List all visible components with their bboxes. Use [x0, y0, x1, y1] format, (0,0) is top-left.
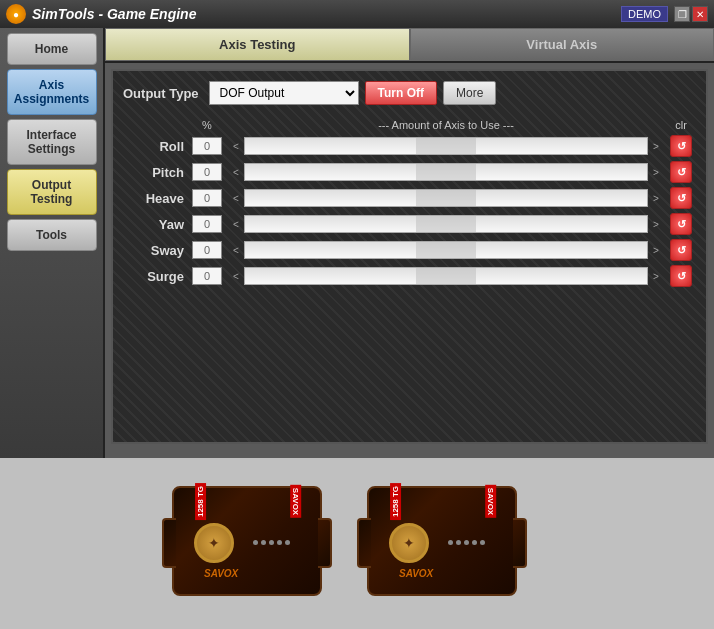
slider-wrapper: < >: [230, 241, 662, 259]
slider-right-arrow: >: [650, 245, 662, 256]
slider-right-arrow: >: [650, 271, 662, 282]
close-button[interactable]: ✕: [692, 6, 708, 22]
servo-body-left: 1258 TG SAVOX SAVOX: [172, 486, 322, 596]
servo-dot: [277, 540, 282, 545]
axis-pct-cell: [188, 133, 226, 159]
axis-pct-cell: [188, 237, 226, 263]
servo-notch-left: [162, 518, 176, 568]
axis-slider-cell: < >: [226, 159, 666, 185]
axis-clr-cell: ↺: [666, 211, 696, 237]
sidebar-item-home[interactable]: Home: [7, 33, 97, 65]
axis-clr-cell: ↺: [666, 263, 696, 289]
slider-right-arrow: >: [650, 141, 662, 152]
panel: Output Type DOF Output Game Output Turn …: [111, 69, 708, 444]
axis-label: Heave: [123, 185, 188, 211]
slider-track[interactable]: [244, 163, 648, 181]
axis-clr-cell: ↺: [666, 185, 696, 211]
tab-axis-testing[interactable]: Axis Testing: [105, 28, 410, 61]
sidebar-item-interface-settings[interactable]: Interface Settings: [7, 119, 97, 165]
axis-label: Sway: [123, 237, 188, 263]
col-amount-header: --- Amount of Axis to Use ---: [226, 117, 666, 133]
turnoff-button[interactable]: Turn Off: [365, 81, 437, 105]
axis-clr-button[interactable]: ↺: [670, 135, 692, 157]
clr-icon: ↺: [677, 192, 686, 205]
slider-left-arrow: <: [230, 245, 242, 256]
bottom-section: 1258 TG SAVOX SAVOX 1258 TG SAVOX SAVOX: [0, 458, 714, 629]
sidebar-item-axis-assignments[interactable]: Axis Assignments: [7, 69, 97, 115]
servo-gear-right: [389, 523, 429, 563]
sidebar-item-tools[interactable]: Tools: [7, 219, 97, 251]
slider-left-arrow: <: [230, 219, 242, 230]
axis-pct-input[interactable]: [192, 163, 222, 181]
servo-notch-right-2: [513, 518, 527, 568]
axis-pct-cell: [188, 185, 226, 211]
slider-track[interactable]: [244, 215, 648, 233]
sidebar-item-output-testing[interactable]: Output Testing: [7, 169, 97, 215]
axis-label: Pitch: [123, 159, 188, 185]
servo-gear-left: [194, 523, 234, 563]
tab-virtual-axis[interactable]: Virtual Axis: [410, 28, 715, 61]
clr-icon: ↺: [677, 270, 686, 283]
slider-fill: [416, 138, 476, 154]
output-type-label: Output Type: [123, 86, 199, 101]
restore-button[interactable]: ❐: [674, 6, 690, 22]
axis-tbody: Roll < > ↺ Pitch <: [123, 133, 696, 289]
axis-row: Yaw < > ↺: [123, 211, 696, 237]
axis-clr-button[interactable]: ↺: [670, 213, 692, 235]
servo-notch-left-2: [357, 518, 371, 568]
slider-fill: [416, 268, 476, 284]
tab-bar: Axis Testing Virtual Axis: [105, 28, 714, 63]
axis-slider-cell: < >: [226, 211, 666, 237]
axis-row: Surge < > ↺: [123, 263, 696, 289]
axis-pct-input[interactable]: [192, 189, 222, 207]
slider-track[interactable]: [244, 137, 648, 155]
servo-right: 1258 TG SAVOX SAVOX: [367, 486, 542, 601]
clr-icon: ↺: [677, 218, 686, 231]
app-logo: ●: [6, 4, 26, 24]
clr-icon: ↺: [677, 244, 686, 257]
axis-pct-input[interactable]: [192, 215, 222, 233]
servo-dot: [472, 540, 477, 545]
servo-label-left: 1258 TG: [195, 483, 206, 520]
col-clr-header: clr: [666, 117, 696, 133]
axis-pct-cell: [188, 211, 226, 237]
axis-pct-cell: [188, 263, 226, 289]
axis-pct-input[interactable]: [192, 241, 222, 259]
axis-pct-input[interactable]: [192, 267, 222, 285]
servo-dot: [480, 540, 485, 545]
axis-label: Yaw: [123, 211, 188, 237]
demo-badge: DEMO: [621, 6, 668, 22]
slider-fill: [416, 216, 476, 232]
slider-left-arrow: <: [230, 141, 242, 152]
axis-clr-button[interactable]: ↺: [670, 187, 692, 209]
axis-slider-cell: < >: [226, 237, 666, 263]
slider-track[interactable]: [244, 241, 648, 259]
axis-row: Roll < > ↺: [123, 133, 696, 159]
output-type-row: Output Type DOF Output Game Output Turn …: [123, 81, 696, 105]
axis-clr-button[interactable]: ↺: [670, 239, 692, 261]
servo-brand-label-left: SAVOX: [290, 485, 301, 518]
servo-dots-right: [448, 540, 485, 545]
main-container: Home Axis Assignments Interface Settings…: [0, 28, 714, 458]
axis-label: Surge: [123, 263, 188, 289]
servo-dot: [261, 540, 266, 545]
servo-dot: [448, 540, 453, 545]
servo-brand-label-right: SAVOX: [485, 485, 496, 518]
servo-notch-right: [318, 518, 332, 568]
servo-savox-left: SAVOX: [204, 568, 238, 579]
axis-clr-cell: ↺: [666, 159, 696, 185]
output-type-select[interactable]: DOF Output Game Output: [209, 81, 359, 105]
slider-track[interactable]: [244, 267, 648, 285]
axis-pct-input[interactable]: [192, 137, 222, 155]
axis-clr-button[interactable]: ↺: [670, 161, 692, 183]
slider-wrapper: < >: [230, 189, 662, 207]
axis-clr-button[interactable]: ↺: [670, 265, 692, 287]
axis-slider-cell: < >: [226, 133, 666, 159]
slider-track[interactable]: [244, 189, 648, 207]
slider-left-arrow: <: [230, 193, 242, 204]
col-pct-header: %: [188, 117, 226, 133]
more-button[interactable]: More: [443, 81, 496, 105]
axis-pct-cell: [188, 159, 226, 185]
slider-fill: [416, 190, 476, 206]
servo-dots-left: [253, 540, 290, 545]
